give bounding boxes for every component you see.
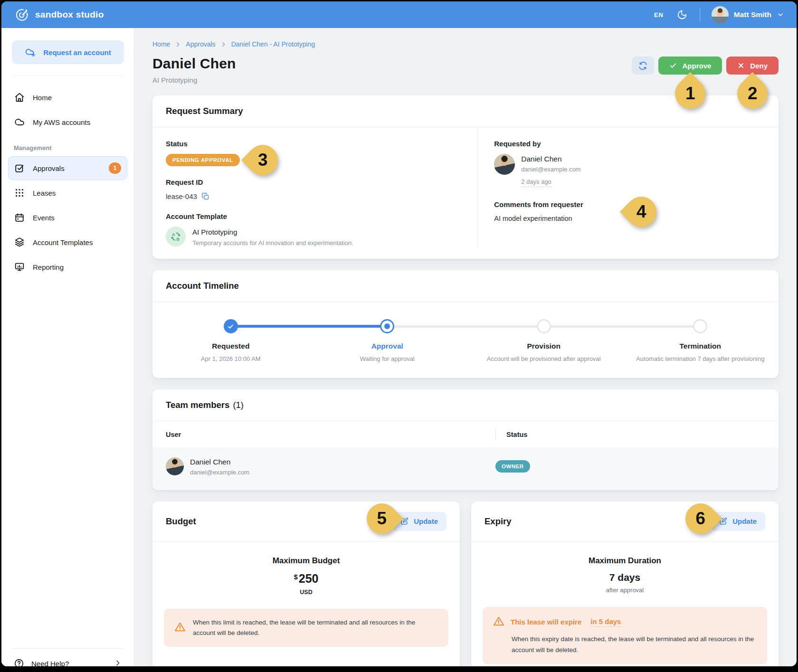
expiry-warning: This lease will expire in 5 days When th… [483, 607, 767, 664]
chevron-right-icon [220, 41, 227, 47]
update-expiry-button[interactable]: Update [711, 512, 765, 531]
copy-icon [201, 192, 209, 200]
chevron-right-icon [114, 659, 122, 667]
timeline-title: Account Timeline [166, 281, 239, 291]
update-budget-button[interactable]: Update [392, 512, 446, 531]
budget-title: Budget [166, 516, 196, 527]
sidebar-item-label: My AWS accounts [33, 118, 121, 126]
requester-email: daniel@example.com [521, 166, 580, 173]
budget-currency: USD [152, 589, 460, 596]
step-todo-icon [693, 319, 707, 333]
account-timeline-card: Account Timeline [152, 270, 779, 378]
team-member-row: Daniel Chen daniel@example.com OWNER [152, 448, 779, 490]
breadcrumb: Home Approvals Daniel Chen - AI Prototyp… [152, 40, 779, 48]
refresh-icon [638, 61, 647, 70]
chevron-down-icon [777, 11, 784, 19]
budget-amount: $250 [152, 572, 460, 586]
team-members-title: Team members [166, 400, 229, 410]
budget-card: Budget 5 Update [152, 502, 460, 666]
main-area: Home Approvals Daniel Chen - AI Prototyp… [134, 28, 797, 666]
sidebar-item-label: Events [33, 214, 121, 222]
svg-text:B: B [177, 237, 180, 242]
sidebar-item-label: Leases [33, 189, 121, 197]
budget-warning-text: When this limit is reached, the lease wi… [193, 617, 438, 639]
timeline-label-approval: Approval Waiting for approval [309, 342, 466, 364]
timeline-step-provision [466, 319, 622, 333]
sidebar-item-my-aws-accounts[interactable]: My AWS accounts [8, 110, 127, 134]
moon-icon [677, 9, 687, 20]
timeline-label-termination: Termination Automatic termination 7 days… [622, 342, 779, 364]
update-label: Update [414, 517, 438, 525]
request-summary-card: Request Summary Status PENDING APPROVAL … [152, 95, 779, 259]
sidebar-item-label: Home [33, 94, 121, 102]
user-name: Matt Smith [734, 10, 771, 19]
expiry-warning-countdown: in 5 days [590, 617, 621, 627]
comments-label: Comments from requester [494, 200, 765, 208]
copy-request-id-button[interactable] [201, 192, 209, 200]
page-title: Daniel Chen [152, 56, 236, 72]
approvals-count-badge: 1 [109, 162, 121, 174]
app-name: sandbox studio [35, 9, 104, 20]
step-done-icon [224, 319, 238, 333]
sidebar-item-home[interactable]: Home [8, 85, 127, 109]
topbar-divider [700, 8, 700, 22]
duration-value: 7 days [471, 572, 779, 583]
sidebar-item-label: Approvals [33, 164, 101, 172]
requester-name: Daniel Chen [521, 154, 580, 163]
timeline-label-requested: Requested Apr 1, 2026 10:00 AM [152, 342, 309, 364]
sidebar-item-approvals[interactable]: Approvals 1 [8, 156, 127, 180]
column-header-user: User [166, 431, 495, 438]
user-menu[interactable]: Matt Smith [712, 6, 784, 23]
sidebar-item-label: Reporting [33, 263, 121, 271]
x-icon [737, 62, 745, 69]
team-members-count: (1) [233, 400, 244, 410]
deny-button[interactable]: Deny 2 [726, 57, 779, 75]
sidebar-footer-divider [12, 648, 124, 649]
cloud-icon [14, 117, 25, 127]
sidebar-item-leases[interactable]: Leases [8, 181, 127, 205]
template-description: Temporary accounts for AI innovation and… [192, 239, 353, 246]
request-account-button[interactable]: Request an account [12, 40, 124, 64]
breadcrumb-current[interactable]: Daniel Chen - AI Prototyping [231, 40, 315, 48]
team-table-header: User Status [152, 421, 779, 448]
team-members-card: Team members (1) User Status [152, 389, 779, 490]
sidebar-item-events[interactable]: Events [8, 206, 127, 229]
step-current-icon [380, 319, 394, 333]
maximum-duration-label: Maximum Duration [471, 556, 779, 566]
approve-button[interactable]: Approve 1 [658, 57, 722, 75]
edit-icon [719, 517, 727, 525]
warning-triangle-icon [174, 621, 186, 634]
page-actions: Approve 1 Deny 2 [632, 57, 779, 75]
breadcrumb-approvals[interactable]: Approvals [186, 40, 215, 48]
top-bar: sandbox studio EN Matt Smith [1, 1, 797, 28]
member-avatar [166, 457, 184, 475]
need-help-link[interactable]: Need Help? [1, 658, 134, 666]
budget-warning: When this limit is reached, the lease wi… [164, 609, 448, 647]
template-name: AI Prototyping [192, 227, 353, 236]
language-switcher[interactable]: EN [654, 11, 664, 19]
expiry-metric: Maximum Duration 7 days after approval [471, 542, 779, 595]
status-label: Status [166, 140, 477, 148]
comments-section: Comments from requester AI model experim… [494, 200, 765, 222]
requester-avatar [494, 154, 515, 175]
expiry-warning-text: When this expiry date is reached, the le… [512, 634, 757, 656]
member-email: daniel@example.com [190, 469, 249, 476]
duration-note: after approval [471, 587, 779, 594]
request-summary-title: Request Summary [166, 106, 243, 116]
member-name: Daniel Chen [190, 457, 249, 466]
dark-mode-toggle[interactable] [677, 9, 687, 20]
sidebar-item-account-templates[interactable]: Account Templates [8, 230, 127, 254]
budget-metric: Maximum Budget $250 USD [152, 542, 460, 596]
expiry-card: Expiry 6 Update [471, 502, 779, 666]
sidebar: Request an account Home My AWS accounts … [1, 28, 134, 666]
timeline-step-approval [309, 319, 466, 333]
requested-time: 2 days ago [521, 178, 551, 187]
check-icon [669, 62, 677, 69]
column-divider [495, 429, 496, 440]
callout-3: 3 [247, 145, 278, 175]
sidebar-item-reporting[interactable]: Reporting [8, 255, 127, 279]
breadcrumb-home[interactable]: Home [152, 40, 170, 48]
refresh-button[interactable] [632, 57, 654, 75]
request-account-label: Request an account [43, 48, 111, 57]
request-id-value: lease-043 [166, 192, 197, 200]
